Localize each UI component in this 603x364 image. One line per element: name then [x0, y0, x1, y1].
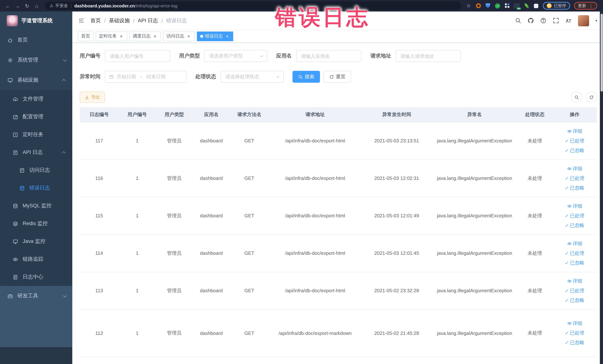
tab-home[interactable]: 首页: [78, 31, 93, 41]
cell-user-id: 1: [119, 234, 156, 272]
page-scrollbar[interactable]: [600, 12, 603, 364]
breadcrumb-separator: /: [104, 18, 106, 23]
extension-on-badge-icon[interactable]: on: [514, 3, 520, 9]
sidebar-toggle-icon[interactable]: [78, 17, 84, 24]
user-id-input[interactable]: [105, 50, 170, 62]
mark-processed-link[interactable]: ✓ 已处理: [554, 136, 595, 146]
help-icon[interactable]: [540, 17, 546, 24]
mark-ignored-link[interactable]: ✓ 已忽略: [554, 221, 595, 230]
user-type-select[interactable]: 请选择用户类型: [204, 50, 267, 62]
ignored-link-label: 已忽略: [570, 338, 584, 348]
breadcrumb-api-log[interactable]: API 日志: [138, 17, 158, 24]
close-icon[interactable]: ×: [152, 34, 158, 39]
mark-processed-link[interactable]: ✓ 已处理: [554, 173, 595, 183]
export-button[interactable]: 导出: [80, 92, 105, 103]
avatar[interactable]: [578, 15, 589, 26]
mark-processed-link[interactable]: ✓ 已处理: [554, 286, 595, 295]
tab-error-log[interactable]: 错误日志×: [197, 31, 233, 41]
sidebar-item-trace[interactable]: 链路追踪: [0, 250, 72, 268]
bookmark-star-icon[interactable]: ☆: [466, 3, 472, 9]
sidebar-item-label: 链路追踪: [23, 256, 66, 263]
extension-shield-icon[interactable]: [485, 3, 491, 9]
breadcrumb-infrastructure[interactable]: 基础设施: [109, 17, 130, 24]
sidebar-item-infrastructure[interactable]: 基础设施: [0, 70, 72, 90]
address-bar[interactable]: ⚠ 不安全 dashboard.yudao.iocoder.cn/infra/l…: [45, 1, 461, 10]
cell-exception-name: java.lang.IllegalArgumentException: [432, 309, 517, 357]
sidebar-item-home[interactable]: 首页: [0, 30, 72, 50]
browser-reload-icon[interactable]: ↻: [23, 2, 31, 10]
process-status-select[interactable]: 请选择处理状态: [220, 71, 284, 83]
detail-link[interactable]: 详细: [554, 164, 595, 173]
check-icon: ✓: [565, 331, 569, 335]
mark-ignored-link[interactable]: ✓ 已忽略: [554, 183, 595, 193]
sidebar-item-java-monitor[interactable]: Java 监控: [0, 233, 72, 250]
extension-green-check-icon[interactable]: ✓: [495, 3, 500, 9]
filter-row-1: 用户编号 用户类型 请选择用户类型 应用名: [80, 50, 597, 62]
kebab-menu-icon[interactable]: ⋮: [589, 3, 593, 8]
mark-ignored-link[interactable]: ✓ 已忽略: [554, 258, 595, 268]
cell-request-url: /api/infra/db-doc/export-html: [269, 159, 361, 197]
tab-scheduled-jobs[interactable]: 定时任务×: [96, 31, 127, 41]
sidebar-item-mysql-monitor[interactable]: MySQL 监控: [0, 197, 72, 215]
font-size-icon[interactable]: [565, 17, 572, 24]
request-url-input[interactable]: [395, 50, 461, 62]
refresh-table-button[interactable]: [586, 92, 597, 103]
app-name-input[interactable]: [296, 50, 361, 62]
detail-link[interactable]: 详细: [554, 201, 595, 211]
sidebar-item-system-management[interactable]: 系统管理: [0, 50, 72, 70]
close-icon[interactable]: ×: [225, 34, 230, 39]
browser-back-icon[interactable]: ←: [4, 2, 12, 10]
mark-ignored-link[interactable]: ✓ 已忽略: [554, 295, 595, 305]
fullscreen-icon[interactable]: [553, 17, 559, 24]
sidebar-item-access-log[interactable]: 访问日志: [0, 161, 72, 179]
tab-schedule-log[interactable]: 调度日志×: [129, 31, 161, 41]
mark-ignored-link[interactable]: ✓ 已忽略: [554, 338, 595, 348]
app-shell: 芋道管理系统 首页 系统管理 基础设施 文件管理: [0, 12, 603, 364]
filter-process-status: 处理状态 请选择处理状态: [195, 71, 284, 83]
sidebar-item-api-log[interactable]: API 日志: [0, 143, 72, 161]
sidebar-item-redis-monitor[interactable]: Redis 监控: [0, 215, 72, 233]
sidebar-item-config-management[interactable]: 配置管理: [0, 108, 72, 126]
paused-badge[interactable]: 已暂停: [543, 2, 570, 10]
security-chip[interactable]: ⚠ 不安全: [50, 3, 68, 9]
scrollbar-thumb[interactable]: [600, 14, 603, 92]
log-document-icon: [19, 185, 25, 191]
mark-processed-link[interactable]: ✓ 已处理: [554, 211, 595, 221]
detail-link[interactable]: 详细: [554, 239, 595, 248]
github-icon[interactable]: [528, 17, 534, 24]
update-button[interactable]: 更新 ⋮: [574, 2, 597, 10]
monitor-icon: [7, 77, 13, 83]
sidebar-item-error-log[interactable]: 错误日志: [0, 179, 72, 197]
tab-access-log[interactable]: 访问日志×: [163, 31, 195, 41]
exception-time-range-picker[interactable]: 开始日期 ~ 结束日期: [105, 71, 186, 83]
browser-forward-icon[interactable]: →: [13, 2, 22, 10]
avatar-caret-down-icon[interactable]: ▾: [595, 19, 597, 23]
close-icon[interactable]: ×: [186, 34, 191, 39]
search-icon[interactable]: [515, 17, 521, 24]
refresh-icon: [329, 74, 334, 79]
sidebar-item-dev-tools[interactable]: 研发工具: [0, 286, 72, 306]
extensions-puzzle-icon[interactable]: [533, 3, 539, 9]
detail-link[interactable]: 详细: [554, 276, 595, 286]
browser-home-icon[interactable]: ⌂: [33, 2, 41, 10]
detail-link-label: 详细: [573, 239, 582, 248]
extension-orange-icon[interactable]: [475, 3, 481, 9]
detail-link[interactable]: 详细: [554, 318, 595, 328]
close-icon[interactable]: ×: [119, 34, 124, 39]
extension-grid-icon[interactable]: [504, 3, 510, 9]
reset-button[interactable]: 重置: [324, 71, 351, 83]
table-header-row: 日志编号 用户编号 用户类型 应用名 请求方法名 请求地址 异常发生时间 异常名…: [80, 107, 597, 122]
detail-link[interactable]: 详细: [554, 126, 595, 136]
sidebar-item-file-management[interactable]: 文件管理: [0, 90, 72, 108]
extension-leaf-icon[interactable]: [523, 3, 529, 9]
sidebar-logo[interactable]: 芋道管理系统: [0, 12, 72, 30]
mark-processed-link[interactable]: ✓ 已处理: [554, 248, 595, 258]
search-button[interactable]: 搜索: [292, 71, 320, 83]
sidebar-item-log-center[interactable]: 日志中心: [0, 268, 72, 286]
update-label: 更新: [578, 3, 586, 9]
toggle-search-button[interactable]: [571, 92, 582, 103]
sidebar-item-scheduled-jobs[interactable]: 定时任务: [0, 126, 72, 143]
mark-processed-link[interactable]: ✓ 已处理: [554, 328, 595, 338]
breadcrumb-home[interactable]: 首页: [91, 17, 101, 24]
mark-ignored-link[interactable]: ✓ 已忽略: [554, 146, 595, 155]
